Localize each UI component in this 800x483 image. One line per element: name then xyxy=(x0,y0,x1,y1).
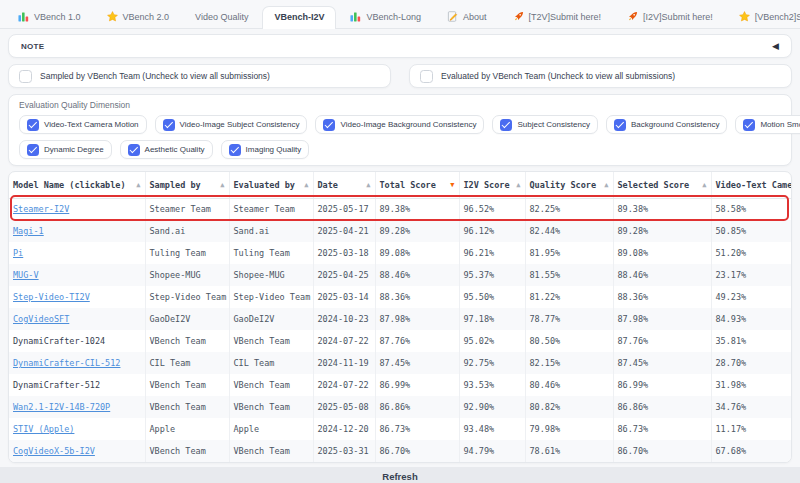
column-header-model-name-clickable[interactable]: Model Name (clickable)▲ xyxy=(9,172,145,198)
table-row-dynamicrafter-512: DynamiCrafter-512VBench TeamVBench Team2… xyxy=(9,374,792,396)
checkbox-unchecked-icon[interactable] xyxy=(420,70,433,83)
dimension-chip-subject-consistency[interactable]: Subject Consistency xyxy=(492,115,597,134)
checkbox-unchecked-icon[interactable] xyxy=(19,70,32,83)
sort-asc-icon[interactable]: ▲ xyxy=(304,181,308,189)
sort-asc-icon[interactable]: ▲ xyxy=(516,181,520,189)
column-header-selected-score[interactable]: Selected Score▲ xyxy=(613,172,711,198)
column-header-video-text-camera-motion[interactable]: Video-Text Camera Motion▲ xyxy=(711,172,792,198)
tab-vbench-1-0[interactable]: VBench 1.0 xyxy=(6,5,93,28)
table-row-cogvideox-5b-i2v: CogVideoX-5b-I2VVBench TeamVBench Team20… xyxy=(9,440,792,462)
refresh-button[interactable]: Refresh xyxy=(0,467,800,483)
sort-asc-icon[interactable]: ▲ xyxy=(136,181,140,189)
dimension-chip-video-image-subject-consistency[interactable]: Video-Image Subject Consistency xyxy=(155,115,308,134)
model-name-link[interactable]: Pi xyxy=(13,248,23,258)
dimension-chip-dynamic-degree[interactable]: Dynamic Degree xyxy=(19,140,112,159)
table-row-cogvideosft: CogVideoSFTGaoDeI2VGaoDeI2V2024-10-2387.… xyxy=(9,308,792,330)
model-name-link[interactable]: Wan2.1-I2V-14B-720P xyxy=(13,402,110,412)
column-header-evaluated-by[interactable]: Evaluated by▲ xyxy=(229,172,313,198)
column-header-i2v-score[interactable]: I2V Score▲ xyxy=(459,172,525,198)
sort-asc-icon[interactable]: ▲ xyxy=(366,181,370,189)
model-name-link[interactable]: Steamer-I2V xyxy=(13,204,69,214)
sort-asc-icon[interactable]: ▲ xyxy=(220,181,224,189)
model-name-text: DynamiCrafter-1024 xyxy=(13,336,105,346)
checkbox-checked-icon[interactable] xyxy=(229,144,241,156)
collapse-arrow-icon[interactable]: ◀ xyxy=(772,42,779,51)
model-name-link[interactable]: Step-Video-TI2V xyxy=(13,292,90,302)
cell-selected_score: 87.76% xyxy=(613,330,711,352)
dimension-chip-video-image-background-consistency[interactable]: Video-Image Background Consistency xyxy=(315,115,484,134)
tab-vbench-long[interactable]: VBench-Long xyxy=(338,5,433,28)
cell-evaluated_by: Shopee-MUG xyxy=(229,264,313,286)
cell-evaluated_by: CIL Team xyxy=(229,352,313,374)
dimension-chip-motion-smoothness[interactable]: Motion Smoothness xyxy=(735,115,800,134)
dimension-chip-imaging-quality[interactable]: Imaging Quality xyxy=(221,140,310,159)
bar-chart-icon xyxy=(350,11,361,22)
cell-selected_score: 89.38% xyxy=(613,198,711,220)
column-header-sampled-by[interactable]: Sampled by▲ xyxy=(145,172,229,198)
tab-about[interactable]: About xyxy=(435,5,499,28)
cell-total_score: 87.76% xyxy=(375,330,459,352)
sort-asc-icon[interactable]: ▲ xyxy=(702,181,706,189)
checkbox-checked-icon[interactable] xyxy=(500,119,512,131)
model-name-link[interactable]: STIV (Apple) xyxy=(13,424,74,434)
model-name-link[interactable]: CogVideoX-5b-I2V xyxy=(13,446,95,456)
cell-sampled_by: Steamer Team xyxy=(145,198,229,220)
dimension-chip-aesthetic-quality[interactable]: Aesthetic Quality xyxy=(120,140,213,159)
cell-date: 2025-05-17 xyxy=(313,198,375,220)
model-name-link[interactable]: CogVideoSFT xyxy=(13,314,69,324)
sampled-by-filter[interactable]: Sampled by VBench Team (Uncheck to view … xyxy=(8,64,391,88)
cell-quality_score: 82.15% xyxy=(525,352,613,374)
checkbox-checked-icon[interactable] xyxy=(163,119,175,131)
column-header-date[interactable]: Date▲ xyxy=(313,172,375,198)
column-header-label: Sampled by xyxy=(150,180,201,190)
checkbox-checked-icon[interactable] xyxy=(323,119,335,131)
rocket-icon xyxy=(627,11,638,22)
cell-camera_motion: 34.76% xyxy=(711,396,792,418)
tab-i2v-submit-here[interactable]: [I2V]Submit here! xyxy=(615,5,725,28)
tab-t2v-submit-here[interactable]: [T2V]Submit here! xyxy=(501,5,614,28)
evaluated-by-filter[interactable]: Evaluated by VBench Team (Uncheck to vie… xyxy=(409,64,792,88)
column-header-label: Model Name (clickable) xyxy=(13,180,126,190)
model-name-link[interactable]: MUG-V xyxy=(13,270,39,280)
cell-i2v_score: 96.12% xyxy=(459,220,525,242)
cell-date: 2025-03-31 xyxy=(313,440,375,462)
tab-label: VBench-Long xyxy=(366,12,421,22)
cell-evaluated_by: VBench Team xyxy=(229,396,313,418)
cell-total_score: 86.73% xyxy=(375,418,459,440)
cell-selected_score: 86.99% xyxy=(613,374,711,396)
cell-quality_score: 78.61% xyxy=(525,440,613,462)
cell-sampled_by: Shopee-MUG xyxy=(145,264,229,286)
cell-sampled_by: VBench Team xyxy=(145,330,229,352)
note-accordion[interactable]: NOTE ◀ xyxy=(8,34,792,58)
tab-vbench-i2v[interactable]: VBench-I2V xyxy=(262,6,336,29)
tab-label: Video Quality xyxy=(195,12,248,22)
tab-label: VBench 1.0 xyxy=(34,12,81,22)
checkbox-checked-icon[interactable] xyxy=(27,144,39,156)
checkbox-checked-icon[interactable] xyxy=(614,119,626,131)
cell-camera_motion: 49.23% xyxy=(711,286,792,308)
cell-date: 2024-12-20 xyxy=(313,418,375,440)
cell-sampled_by: CIL Team xyxy=(145,352,229,374)
filter-label: Evaluated by VBench Team (Uncheck to vie… xyxy=(441,71,675,81)
checkbox-checked-icon[interactable] xyxy=(27,119,39,131)
model-name-link[interactable]: DynamiCrafter-CIL-512 xyxy=(13,358,120,368)
tab-video-quality[interactable]: Video Quality xyxy=(183,6,260,28)
sort-asc-icon[interactable]: ▲ xyxy=(604,181,608,189)
tab-vbench-2-0[interactable]: VBench 2.0 xyxy=(95,5,182,28)
column-header-total-score[interactable]: Total Score▼ xyxy=(375,172,459,198)
bar-chart-icon xyxy=(18,11,29,22)
dimension-chip-background-consistency[interactable]: Background Consistency xyxy=(606,115,728,134)
checkbox-checked-icon[interactable] xyxy=(743,119,755,131)
cell-quality_score: 80.50% xyxy=(525,330,613,352)
column-header-quality-score[interactable]: Quality Score▲ xyxy=(525,172,613,198)
tab-vbench2-submit-here[interactable]: [VBench2]Submit here! xyxy=(727,5,800,28)
cell-quality_score: 80.82% xyxy=(525,396,613,418)
model-name-link[interactable]: Magi-1 xyxy=(13,226,44,236)
dimension-chip-video-text-camera-motion[interactable]: Video-Text Camera Motion xyxy=(19,115,147,134)
checkbox-checked-icon[interactable] xyxy=(128,144,140,156)
cell-sampled_by: Sand.ai xyxy=(145,220,229,242)
sort-desc-icon[interactable]: ▼ xyxy=(450,181,454,189)
cell-model: DynamiCrafter-CIL-512 xyxy=(9,352,145,374)
cell-selected_score: 87.45% xyxy=(613,352,711,374)
tab-label: VBench-I2V xyxy=(274,12,324,22)
